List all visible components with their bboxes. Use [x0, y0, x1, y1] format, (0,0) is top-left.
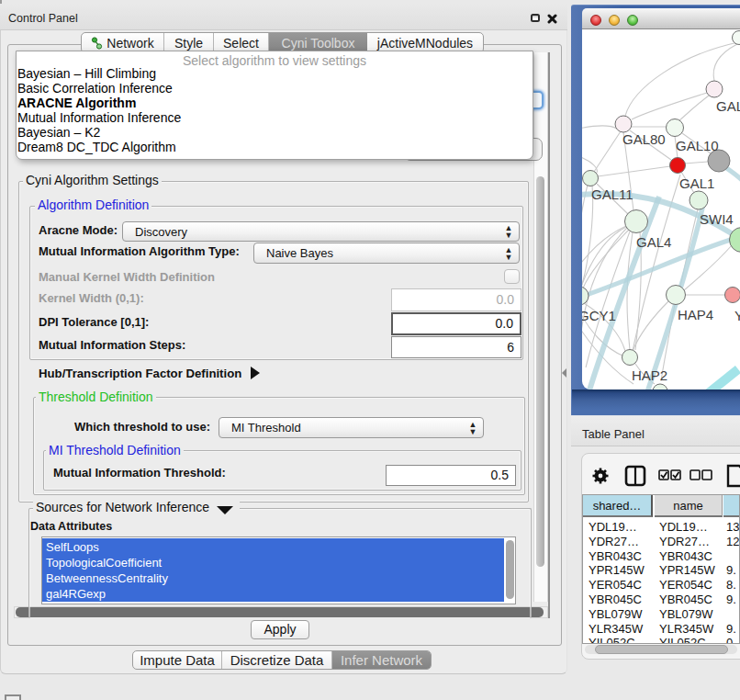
svg-text:HAP4: HAP4: [678, 307, 713, 322]
svg-text:GAL80: GAL80: [622, 131, 666, 147]
svg-text:SWI4: SWI4: [700, 211, 734, 227]
svg-text:GCY1: GCY1: [582, 308, 616, 323]
svg-text:GAL1: GAL1: [679, 175, 714, 191]
svg-text:GAL: GAL: [716, 98, 740, 114]
svg-text:GAL10: GAL10: [676, 138, 719, 153]
svg-text:Y: Y: [734, 308, 740, 323]
svg-text:GAL4: GAL4: [636, 234, 671, 250]
svg-text:HAP2: HAP2: [632, 367, 667, 383]
svg-text:GAL11: GAL11: [591, 186, 633, 202]
